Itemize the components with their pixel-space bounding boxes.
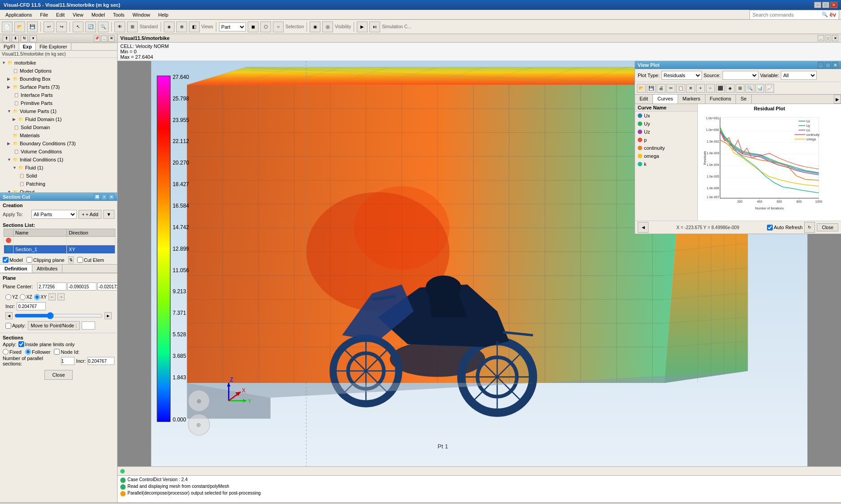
incr-input[interactable] — [17, 302, 46, 310]
curve-item-omega[interactable]: omega — [635, 152, 697, 160]
add-section-button[interactable]: + + Add — [79, 210, 101, 219]
next-btn[interactable]: ▶ — [105, 312, 112, 319]
follower-radio-label[interactable]: Follower — [25, 349, 51, 355]
show-plane-label[interactable]: Apply: — [5, 323, 26, 329]
vp-close-btn[interactable]: ✕ — [832, 62, 838, 68]
tree-item-model-options[interactable]: 📋 Model Options — [1, 67, 116, 75]
viewport-minimize-btn[interactable]: _ — [818, 35, 824, 41]
plot-type-dropdown[interactable]: Residuals — [661, 71, 702, 80]
vp-tab-curves[interactable]: Curves — [653, 95, 678, 104]
tree-item-solid[interactable]: 📋 Solid — [1, 172, 116, 180]
radio-xz-input[interactable] — [20, 294, 26, 300]
vp-maximize-btn[interactable]: □ — [825, 62, 831, 68]
menu-file[interactable]: File — [36, 11, 52, 18]
toolbar-btn-redo[interactable]: ↪ — [56, 22, 67, 32]
toolbar-btn-undo[interactable]: ↩ — [44, 22, 54, 32]
toolbar-btn-zoom[interactable]: 🔍 — [98, 22, 109, 32]
minimize-button[interactable]: − — [814, 2, 821, 8]
tree-item-solid-domain[interactable]: 📋 Solid Domain — [1, 123, 116, 131]
menu-help[interactable]: Help — [154, 11, 172, 18]
curve-item-uy[interactable]: Uy — [635, 120, 697, 128]
tree-item-interface-parts[interactable]: 📋 Interface Parts — [1, 91, 116, 99]
tab-exp[interactable]: Exp — [19, 43, 36, 50]
cut-elem-label[interactable]: Cut Elem — [77, 257, 104, 263]
vp-toggle-btn[interactable]: ◀ — [638, 222, 648, 233]
vp-tab-functions[interactable]: Functions — [705, 95, 736, 104]
explorer-exp-btn[interactable]: ⬇ — [12, 35, 19, 42]
node-id-checkbox[interactable] — [54, 349, 60, 355]
toolbar-vis-1[interactable]: ◉ — [310, 22, 320, 32]
viewport-close-btn[interactable]: ✕ — [832, 35, 838, 41]
vp-tool-14[interactable]: 📈 — [765, 84, 774, 93]
search-commands-input[interactable] — [753, 12, 822, 17]
source-dropdown[interactable] — [723, 71, 758, 80]
toolbar-vis-2[interactable]: ◎ — [322, 22, 333, 32]
toolbar-sel-2[interactable]: ⬡ — [260, 22, 271, 32]
tree-item-patching[interactable]: 📋 Patching — [1, 180, 116, 188]
menu-tools[interactable]: Tools — [110, 11, 128, 18]
toolbar-btn-save[interactable]: 💾 — [27, 22, 38, 32]
parallel-incr-input[interactable] — [88, 357, 114, 365]
tab-attributes[interactable]: Attributes — [32, 265, 62, 273]
curve-item-uz[interactable]: Uz — [635, 128, 697, 136]
vp-tool-6[interactable]: ✕ — [686, 84, 695, 93]
tree-item-materials[interactable]: 📁 Materials — [1, 131, 116, 139]
tree-item-output[interactable]: ▼ 📁 Output — [1, 188, 116, 192]
vp-tool-1[interactable]: 📂 — [637, 84, 646, 93]
cut-elem-checkbox[interactable] — [77, 257, 83, 263]
menu-model[interactable]: Model — [88, 11, 109, 18]
sc-icon-btn[interactable]: 🖼 — [94, 194, 100, 200]
curve-item-p[interactable]: p — [635, 136, 697, 144]
tab-definition[interactable]: Definition — [0, 265, 32, 273]
close-window-button[interactable]: ✕ — [830, 2, 837, 8]
point-input[interactable] — [82, 322, 95, 330]
tab-pgfl[interactable]: Pg/Fl — [0, 43, 19, 50]
vp-tool-13[interactable]: 📊 — [755, 84, 764, 93]
menu-edit[interactable]: Edit — [53, 11, 68, 18]
explorer-pin-btn[interactable]: 📌 — [94, 35, 100, 42]
vp-tool-5[interactable]: 📋 — [676, 84, 685, 93]
fixed-radio[interactable] — [3, 349, 9, 355]
auto-refresh-label[interactable]: Auto Refresh — [767, 225, 802, 230]
plane-slider[interactable] — [14, 312, 103, 319]
clipping-plane-checkbox[interactable] — [26, 257, 32, 263]
maximize-button[interactable]: □ — [822, 2, 829, 8]
vp-tab-edit[interactable]: Edit — [635, 95, 653, 104]
arrow-left-btn[interactable]: ← — [48, 293, 56, 300]
tree-item-motorbike[interactable]: ▼ 📁 motorbike — [1, 59, 116, 67]
vp-tab-markers[interactable]: Markers — [678, 95, 705, 104]
arrow-right-btn[interactable]: → — [57, 293, 65, 300]
fixed-radio-label[interactable]: Fixed — [3, 349, 22, 355]
plane-x-input[interactable] — [37, 282, 66, 291]
table-row[interactable]: Section_1 XY — [4, 245, 115, 254]
vp-tab-se[interactable]: Se — [736, 95, 751, 104]
vp-tool-4[interactable]: ✂ — [666, 84, 675, 93]
vp-tool-9[interactable]: ⬛ — [716, 84, 725, 93]
tree-item-volume-parts[interactable]: ▼ 📁 Volume Parts (1) — [1, 107, 116, 115]
radio-xy-input[interactable] — [34, 294, 40, 300]
inside-checkbox[interactable] — [18, 341, 24, 347]
toolbar-btn-c[interactable]: ◧ — [189, 22, 200, 32]
inside-label[interactable]: Inside plane limits only — [18, 341, 75, 347]
toolbar-btn-rotate[interactable]: 🔄 — [85, 22, 96, 32]
tree-item-fluid[interactable]: ▼ 📁 Fluid (1) — [1, 164, 116, 172]
radio-yz[interactable]: YZ — [5, 293, 18, 300]
toolbar-btn-2[interactable]: 📂 — [14, 22, 25, 32]
toolbar-sel-3[interactable]: ○ — [273, 22, 284, 32]
vp-tool-3[interactable]: 🖨 — [657, 84, 666, 93]
tree-item-fluid-domain[interactable]: ▶ 📁 Fluid Domain (1) — [1, 115, 116, 123]
toolbar-btn-1[interactable]: 📄 — [2, 22, 13, 32]
tree-item-surface-parts[interactable]: ▶ 📁 Surface Parts (73) — [1, 83, 116, 91]
radio-xy[interactable]: XY — [34, 293, 47, 300]
curve-item-continuity[interactable]: continuity — [635, 144, 697, 152]
toolbar-sel-1[interactable]: ◼ — [248, 22, 258, 32]
toolbar-btn-view2[interactable]: ⊞ — [127, 22, 138, 32]
explorer-minimize-btn[interactable]: _ — [101, 35, 107, 42]
vp-refresh-btn[interactable]: ↻ — [804, 222, 815, 233]
vp-minimize-btn[interactable]: _ — [818, 62, 824, 68]
view-plot-close-button[interactable]: Close — [817, 223, 838, 231]
parallel-input[interactable] — [61, 357, 74, 365]
toolbar-btn-a[interactable]: ◈ — [164, 22, 175, 32]
menu-applications[interactable]: Applications — [2, 11, 35, 18]
apply-to-dropdown[interactable]: All Parts — [31, 210, 77, 219]
